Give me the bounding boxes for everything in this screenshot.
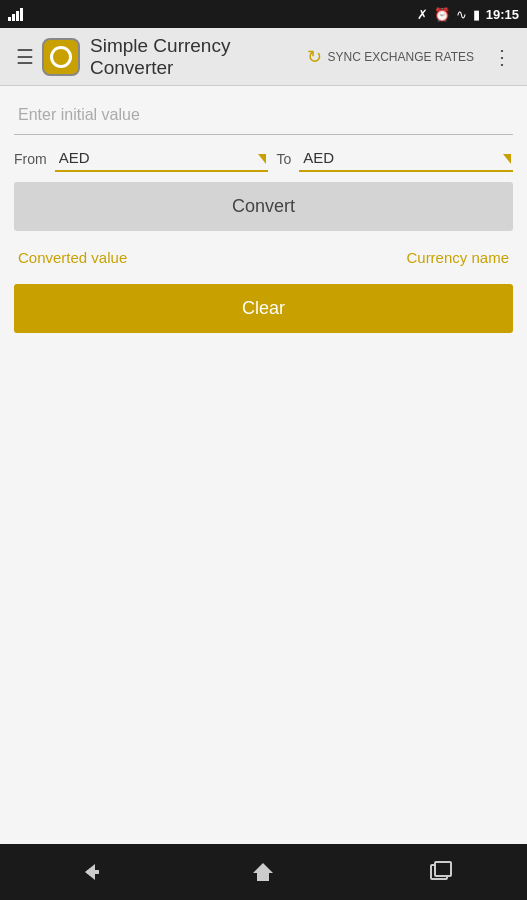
back-icon xyxy=(77,864,99,880)
more-options-button[interactable]: ⋮ xyxy=(484,37,519,77)
app-bar: ☰ Simple Currency Converter ↻ SYNC EXCHA… xyxy=(0,28,527,86)
to-currency-wrapper: AED USD EUR GBP JPY xyxy=(299,145,513,172)
recents-button[interactable] xyxy=(409,852,469,892)
sync-label: SYNC EXCHANGE RATES xyxy=(328,50,474,64)
battery-icon: ▮ xyxy=(473,7,480,22)
to-currency-select[interactable]: AED USD EUR GBP JPY xyxy=(299,145,513,172)
status-bar-left xyxy=(8,7,23,21)
signal-icon xyxy=(8,7,23,21)
main-content: From AED USD EUR GBP JPY To AED USD EUR … xyxy=(0,86,527,844)
currency-row: From AED USD EUR GBP JPY To AED USD EUR … xyxy=(14,145,513,172)
back-button[interactable] xyxy=(58,852,118,892)
recents-icon xyxy=(430,864,448,880)
currency-name: Currency name xyxy=(406,249,509,266)
sync-button[interactable]: ↻ SYNC EXCHANGE RATES xyxy=(297,40,484,74)
app-title: Simple Currency Converter xyxy=(90,35,297,79)
time-display: 19:15 xyxy=(486,7,519,22)
result-row: Converted value Currency name xyxy=(14,243,513,272)
converted-value: Converted value xyxy=(18,249,127,266)
sync-icon: ↻ xyxy=(307,46,322,68)
from-label: From xyxy=(14,151,47,167)
bluetooth-icon: ✗ xyxy=(417,7,428,22)
home-button[interactable] xyxy=(233,852,293,892)
initial-value-input[interactable] xyxy=(14,96,513,135)
from-currency-wrapper: AED USD EUR GBP JPY xyxy=(55,145,269,172)
to-label: To xyxy=(276,151,291,167)
bottom-nav xyxy=(0,844,527,900)
app-icon xyxy=(42,38,80,76)
app-icon-inner xyxy=(50,46,72,68)
convert-button[interactable]: Convert xyxy=(14,182,513,231)
home-icon xyxy=(253,863,273,881)
clear-button[interactable]: Clear xyxy=(14,284,513,333)
status-bar-right: ✗ ⏰ ∿ ▮ 19:15 xyxy=(417,7,519,22)
alarm-icon: ⏰ xyxy=(434,7,450,22)
menu-button[interactable]: ☰ xyxy=(8,37,42,77)
status-bar: ✗ ⏰ ∿ ▮ 19:15 xyxy=(0,0,527,28)
wifi-icon: ∿ xyxy=(456,7,467,22)
from-currency-select[interactable]: AED USD EUR GBP JPY xyxy=(55,145,269,172)
